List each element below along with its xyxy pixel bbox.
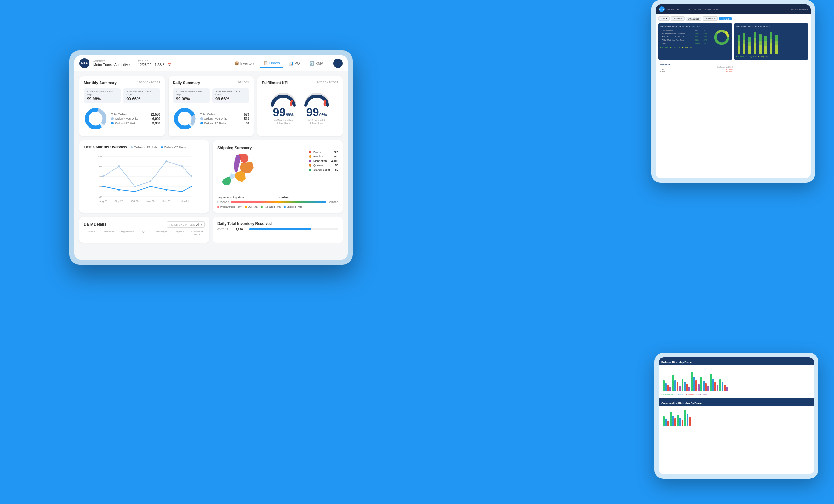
fare-media-12m-card: Fare Media Market Last 12 Months <box>734 23 808 60</box>
svg-point-44 <box>118 166 120 167</box>
monthly-card-body: Total Orders 22,580 Orders <=25 Units 6,… <box>84 107 160 132</box>
processing-time-value: 7.48hrs <box>279 196 289 199</box>
brooklyn-legend: Brooklyn 780 <box>309 155 338 158</box>
inventory-icon: 📦 <box>234 61 239 66</box>
shipping-summary-title: Shipping Summary <box>217 146 251 150</box>
shipping-summary-card: Shipping Summary <box>213 140 343 213</box>
gauge-container: 99 98% <=25 units within 2 Bus. Days <box>262 89 338 125</box>
shipped-dot <box>284 206 286 208</box>
svg-text:60: 60 <box>99 175 102 178</box>
daily-inventory-card: Daily Total Inventory Received 01/28/21 … <box>213 217 343 243</box>
header-period: PERIOD 12/28/20 - 1/28/21 📅 <box>138 60 171 66</box>
tab-rma[interactable]: 🔄 RMA <box>306 59 327 67</box>
user-avatar: T <box>333 59 343 68</box>
monthly-kpi1: <=25 units within 2 Bus. Days 99.98% <box>84 88 120 103</box>
svg-point-56 <box>191 185 193 188</box>
svg-text:40: 40 <box>99 185 102 188</box>
filter-stations-btn[interactable]: FILTER BY STATIONS All ▾ <box>167 221 205 228</box>
processing-stages: Programmed (45m) QC (1m) Packaged (2m) <box>217 205 338 208</box>
brooklyn-value: 780 <box>331 155 338 158</box>
back-logo: MTA <box>659 6 664 12</box>
brooklyn-dot <box>309 155 311 158</box>
daily-kpi1-value: 99.98% <box>176 96 206 101</box>
period-value[interactable]: 12/28/20 - 1/28/21 📅 <box>138 63 171 66</box>
col-packaged: Packaged <box>154 230 170 236</box>
daily-details-card: Daily Details FILTER BY STATIONS All ▾ O… <box>79 217 209 243</box>
svg-rect-23 <box>770 43 772 54</box>
svg-text:Sep 20: Sep 20 <box>115 200 123 202</box>
tab-orders[interactable]: 📋 Orders <box>260 59 284 68</box>
monthly-kpi-badges: <=25 units within 2 Bus. Days 99.98% >25… <box>84 88 160 103</box>
col-shipped: Shipped <box>172 230 188 236</box>
svg-text:80: 80 <box>99 165 102 168</box>
daily-summary-period: 01/28/21 <box>238 81 249 84</box>
col-fulfillment-status: Fulfillment Status <box>189 230 205 236</box>
orders-icon: 📋 <box>263 61 268 65</box>
agency-label: AGENCY <box>93 60 130 63</box>
gauge2: 99 06% <=25 units within 5 Bus. Days <box>303 89 331 125</box>
staten-island-legend: Staten Island 50 <box>309 168 338 171</box>
daily-inv-bar-bg <box>249 228 338 230</box>
back2-railroad-title: Railroad Ridership Branch <box>659 357 814 366</box>
daily-table-header: Daily Details FILTER BY STATIONS All ▾ <box>84 221 205 228</box>
tab-poi[interactable]: 📊 POI <box>285 59 305 67</box>
back-filter-month: October ▾ <box>671 16 685 21</box>
monthly-total-legend: Total Orders 22,580 <box>111 113 160 116</box>
tab-inventory[interactable]: 📦 Inventory <box>231 59 258 67</box>
staten-island-value: 50 <box>333 168 338 171</box>
col-programmed: Programmed <box>119 230 134 236</box>
back-tablet: MTA DASHBOARD BUS SUBWAY LIRR MNR Thomas… <box>651 0 815 183</box>
back2-legend: ● New Haven ● Hudson ● Harlem ● Port Jer… <box>661 394 811 396</box>
back-charts-row: Fare Media Market Share Year Over Year F… <box>658 23 808 60</box>
monthly-kpi2: >25 Units within 5 Bus. Days 99.66% <box>123 88 160 103</box>
col-orders: Orders <box>84 230 100 236</box>
daily-inv-value: 1,220 <box>236 228 247 231</box>
svg-point-50 <box>102 185 104 188</box>
last6months-card: Last 6 Months Overview Orders <=25 Units… <box>79 140 209 213</box>
gauge1: 99 98% <=25 units within 2 Bus. Days <box>269 89 298 125</box>
top-cards-row: Monthly Summary 12/28/20 - 1/28/21 <=25 … <box>79 76 343 136</box>
fare-media-bar-chart <box>736 29 802 54</box>
monthly-kpi2-value: 99.66% <box>126 96 157 101</box>
svg-text:Aug 20: Aug 20 <box>99 200 107 202</box>
svg-rect-11 <box>748 46 751 54</box>
monthly-summary-period: 12/28/20 - 1/28/21 <box>137 81 160 84</box>
poi-icon: 📊 <box>289 61 293 66</box>
svg-point-51 <box>118 189 120 191</box>
svg-text:Nov 20: Nov 20 <box>147 200 155 202</box>
header-agency: AGENCY Metro Transit Authority ▾ <box>93 60 130 66</box>
daily-lte25-legend: Orders <=25 Units 510 <box>200 117 249 120</box>
gauge1-sup: 98% <box>286 113 293 117</box>
gauge2-svg <box>303 89 331 107</box>
calendar-icon: 📅 <box>167 63 171 66</box>
fare-media-table: Fare Medium20202021 30-Day Unlimited Rid… <box>660 29 711 45</box>
svg-point-53 <box>150 185 152 188</box>
gauge2-sup: 06% <box>320 113 327 117</box>
back-content: 2019 ▾ October ▾ 10/13/2018 Operator ▾ F… <box>656 14 811 77</box>
back-nav-subway: SUBWAY <box>693 8 703 10</box>
packaged-dot <box>261 206 263 208</box>
svg-rect-26 <box>775 45 777 54</box>
chart-header: Last 6 Months Overview Orders <=25 Units… <box>84 145 205 150</box>
daily-kpi2-value: 99.66% <box>215 96 246 101</box>
daily-inventory-title: Daily Total Inventory Received <box>217 221 338 226</box>
daily-kpi2-label: >25 Units within 5 Bus. Days <box>215 90 246 96</box>
shipping-body: Bronx 220 Brooklyn 780 Manhattan <box>217 151 338 193</box>
stage-qc: QC (1m) <box>245 205 258 208</box>
line-chart-svg: 100 80 60 40 20 <box>84 153 205 203</box>
back-user: Thomas Abraham <box>790 8 808 10</box>
back-tablet-inner: MTA DASHBOARD BUS SUBWAY LIRR MNR Thomas… <box>656 4 811 178</box>
daily-donut <box>173 107 197 132</box>
manhattan-dot <box>309 160 311 162</box>
queens-legend: Queens 50 <box>309 164 338 167</box>
svg-text:Dec 20: Dec 20 <box>162 200 170 202</box>
daily-kpi1-label: <=25 units within 2 Bus. Days <box>176 90 206 96</box>
back2-commutation-chart <box>661 408 811 427</box>
app-logo: MTA <box>79 58 89 68</box>
svg-point-43 <box>102 175 104 177</box>
agency-value[interactable]: Metro Transit Authority ▾ <box>93 63 130 66</box>
bottom-row: Last 6 Months Overview Orders <=25 Units… <box>79 140 343 213</box>
monthly-kpi1-label: <=25 units within 2 Bus. Days <box>87 90 117 96</box>
back-filter-button[interactable]: FILTER <box>719 17 732 20</box>
chart-legend-gt25: Orders >25 Units <box>161 146 185 149</box>
